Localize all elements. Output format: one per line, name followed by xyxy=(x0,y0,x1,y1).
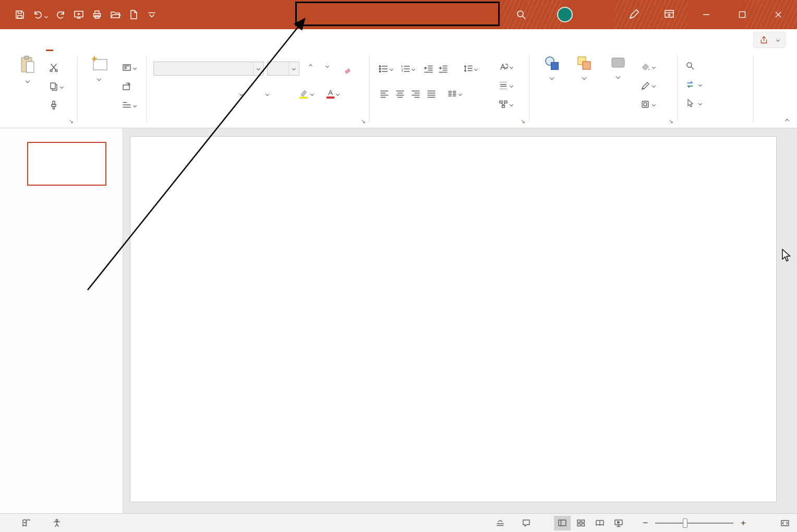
paste-dropdown-icon[interactable] xyxy=(26,79,30,83)
minimize-button[interactable] xyxy=(694,0,719,29)
ribbon-display-options-icon[interactable] xyxy=(663,8,675,20)
zoom-slider-handle[interactable] xyxy=(683,518,687,528)
columns-button[interactable] xyxy=(448,87,462,101)
search-icon[interactable] xyxy=(515,9,527,20)
numbering-button[interactable] xyxy=(401,62,415,76)
character-spacing-button[interactable] xyxy=(238,87,243,101)
normal-view-button[interactable] xyxy=(554,516,571,530)
tab-review[interactable] xyxy=(230,29,253,51)
clipboard-dialog-launcher[interactable]: ↘ xyxy=(67,117,75,125)
tab-draw[interactable] xyxy=(86,29,110,51)
tab-home[interactable] xyxy=(38,29,62,51)
decrease-indent-button[interactable] xyxy=(424,62,433,76)
shapes-dropdown-icon[interactable] xyxy=(550,76,554,80)
section-button[interactable] xyxy=(122,98,136,113)
shape-fill-button[interactable] xyxy=(641,59,655,74)
customize-qat-icon[interactable] xyxy=(147,9,157,20)
text-highlight-button[interactable] xyxy=(298,87,313,101)
change-case-dropdown-icon[interactable] xyxy=(265,92,269,95)
zoom-out-button[interactable]: − xyxy=(643,518,648,527)
copy-button[interactable] xyxy=(49,79,63,94)
shape-fill-dropdown-icon[interactable] xyxy=(652,65,656,68)
comments-button[interactable] xyxy=(522,518,534,528)
tab-slide-show[interactable] xyxy=(182,29,206,51)
select-button[interactable] xyxy=(685,96,702,111)
text-highlight-dropdown-icon[interactable] xyxy=(310,92,314,95)
undo-dropdown-icon[interactable] xyxy=(44,15,48,18)
italic-button[interactable] xyxy=(173,87,187,101)
arrange-button[interactable] xyxy=(570,55,599,79)
columns-dropdown-icon[interactable] xyxy=(458,92,462,95)
accessibility-icon[interactable] xyxy=(52,518,62,528)
character-spacing-dropdown-icon[interactable] xyxy=(239,92,243,95)
select-dropdown-icon[interactable] xyxy=(698,101,702,105)
open-file-icon[interactable] xyxy=(110,9,120,20)
maximize-button[interactable] xyxy=(730,0,755,29)
save-icon[interactable] xyxy=(15,9,25,20)
new-slide-dropdown-icon[interactable] xyxy=(97,77,101,81)
start-from-beginning-icon[interactable] xyxy=(74,9,84,20)
cut-button[interactable] xyxy=(49,61,58,75)
notes-button[interactable] xyxy=(496,518,508,528)
quick-styles-button[interactable] xyxy=(603,55,633,78)
font-dialog-launcher[interactable]: ↘ xyxy=(359,117,367,125)
close-button[interactable] xyxy=(766,0,791,29)
bullets-button[interactable] xyxy=(379,62,393,76)
slide-layout-button[interactable] xyxy=(122,61,136,75)
format-painter-button[interactable] xyxy=(49,98,58,113)
shape-outline-dropdown-icon[interactable] xyxy=(652,83,656,87)
align-center-button[interactable] xyxy=(395,87,405,101)
reading-view-button[interactable] xyxy=(591,516,608,530)
slide-thumbnail[interactable] xyxy=(27,142,106,186)
text-direction-button[interactable] xyxy=(499,59,513,74)
ink-pen-icon[interactable] xyxy=(629,8,640,20)
font-size-combo[interactable] xyxy=(267,62,299,76)
replace-dropdown-icon[interactable] xyxy=(698,82,702,86)
justify-button[interactable] xyxy=(427,87,436,101)
align-text-button[interactable] xyxy=(499,78,513,93)
line-spacing-dropdown-icon[interactable] xyxy=(474,67,478,70)
tab-transitions[interactable] xyxy=(134,29,158,51)
slide-show-button[interactable] xyxy=(610,516,627,530)
decrease-font-size-button[interactable] xyxy=(320,61,334,76)
shape-effects-dropdown-icon[interactable] xyxy=(652,102,656,106)
tab-view[interactable] xyxy=(253,29,277,51)
smartart-dropdown-icon[interactable] xyxy=(510,102,513,106)
strikethrough-button[interactable] xyxy=(220,87,234,101)
increase-font-size-button[interactable] xyxy=(304,61,317,76)
quick-print-icon[interactable] xyxy=(92,9,102,20)
shape-outline-button[interactable] xyxy=(641,78,655,93)
quick-styles-dropdown-icon[interactable] xyxy=(616,75,620,79)
align-text-dropdown-icon[interactable] xyxy=(510,83,513,87)
font-color-button[interactable]: A xyxy=(327,87,339,101)
line-spacing-button[interactable] xyxy=(463,62,477,76)
replace-button[interactable] xyxy=(685,77,702,92)
slide-layout-dropdown-icon[interactable] xyxy=(133,66,137,69)
slide-editor[interactable] xyxy=(130,136,777,502)
increase-indent-button[interactable] xyxy=(438,62,448,76)
find-button[interactable] xyxy=(685,58,697,73)
tab-help[interactable] xyxy=(277,29,301,51)
font-name-dropdown-icon[interactable] xyxy=(253,62,263,75)
zoom-slider[interactable] xyxy=(655,523,733,524)
slide-sorter-view-button[interactable] xyxy=(573,516,589,530)
avatar[interactable] xyxy=(557,7,573,22)
numbering-dropdown-icon[interactable] xyxy=(412,67,415,70)
new-slide-button[interactable] xyxy=(82,55,116,80)
collapse-ribbon-icon[interactable] xyxy=(785,119,789,123)
font-size-dropdown-icon[interactable] xyxy=(288,62,299,75)
redo-icon[interactable] xyxy=(55,9,66,20)
shapes-button[interactable] xyxy=(538,55,565,79)
clear-formatting-button[interactable] xyxy=(341,61,355,76)
align-right-button[interactable] xyxy=(411,87,420,101)
align-left-button[interactable] xyxy=(380,87,389,101)
underline-button[interactable] xyxy=(189,87,202,101)
drawing-dialog-launcher[interactable]: ↘ xyxy=(667,117,674,125)
tab-animations[interactable] xyxy=(158,29,182,51)
reset-slide-button[interactable] xyxy=(122,79,131,94)
account[interactable] xyxy=(549,0,573,29)
arrange-dropdown-icon[interactable] xyxy=(582,76,586,80)
copy-dropdown-icon[interactable] xyxy=(60,84,64,88)
spell-check-icon[interactable] xyxy=(22,518,31,528)
tab-record[interactable] xyxy=(206,29,230,51)
